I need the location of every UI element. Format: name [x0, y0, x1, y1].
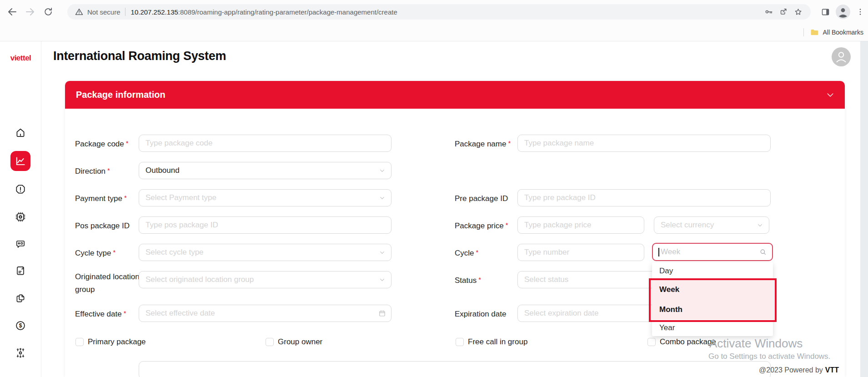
cycle-unit-combobox[interactable]: Week: [652, 243, 773, 261]
dropdown-option-year[interactable]: Year: [652, 320, 773, 336]
cycle-type-select[interactable]: Select cycle type: [139, 244, 391, 261]
package-name-input[interactable]: [517, 135, 771, 152]
all-bookmarks-label: All Bookmarks: [823, 29, 863, 36]
label-package-name: Package name*: [455, 135, 511, 153]
security-label: Not secure: [87, 8, 120, 16]
direction-select[interactable]: Outbound: [139, 162, 391, 179]
checkbox-group-owner[interactable]: Group owner: [266, 337, 322, 347]
sidebar-item-integrations[interactable]: [10, 343, 30, 363]
sidebar-item-reports[interactable]: [10, 288, 30, 308]
dropdown-option-week[interactable]: Week: [652, 280, 773, 300]
sidebar-item-system-settings[interactable]: [10, 207, 30, 227]
payment-type-select[interactable]: Select Payment type: [139, 189, 391, 206]
chat-bubble-icon: [15, 238, 26, 250]
sidebar-item-document-history[interactable]: [10, 261, 30, 281]
forward-arrow-icon: [25, 6, 35, 17]
star-icon: [793, 7, 803, 17]
home-icon: [15, 127, 26, 139]
label-pos-package-id: Pos package ID: [75, 216, 131, 235]
package-information-header[interactable]: Package information: [65, 81, 845, 109]
user-avatar[interactable]: [832, 47, 851, 66]
forward-button[interactable]: [22, 4, 38, 20]
file-clock-icon: [15, 265, 26, 276]
section-title: Package information: [76, 81, 166, 109]
checkbox-box[interactable]: [647, 338, 656, 346]
sidebar: viettel $: [0, 41, 41, 377]
cycle-unit-value: Week: [661, 247, 759, 256]
chevron-down-icon: [379, 195, 386, 201]
sidebar-item-alerts[interactable]: [10, 179, 30, 199]
side-panel-button[interactable]: [817, 4, 833, 20]
checkbox-combo-package[interactable]: Combo package: [647, 337, 716, 347]
label-expiration-date: Expiration date: [455, 305, 508, 323]
package-price-input[interactable]: [517, 216, 644, 234]
url-text: 10.207.252.135:8089/roaming-app/rating/r…: [131, 8, 762, 16]
text-cursor: [658, 248, 659, 256]
originated-location-group-select[interactable]: Select originated location group: [139, 271, 391, 288]
calendar-icon[interactable]: [378, 310, 386, 317]
chevron-down-icon: [379, 249, 386, 256]
pre-package-id-input[interactable]: [517, 189, 771, 206]
page-title: International Roaming System: [53, 49, 226, 63]
all-bookmarks-button[interactable]: All Bookmarks: [803, 24, 863, 41]
back-arrow-icon: [7, 6, 18, 17]
sidebar-item-home[interactable]: [10, 123, 30, 143]
dropdown-option-day[interactable]: Day: [652, 262, 773, 280]
effective-date-input[interactable]: [139, 305, 391, 322]
profile-avatar-icon: [835, 4, 851, 20]
dollar-circle-icon: $: [15, 320, 26, 332]
pos-package-id-input[interactable]: [139, 216, 391, 234]
label-payment-type: Payment type*: [75, 189, 127, 207]
checkbox-box[interactable]: [75, 338, 84, 346]
label-pre-package-id: Pre package ID: [455, 189, 510, 207]
address-bar[interactable]: Not secure 10.207.252.135:8089/roaming-a…: [67, 4, 811, 20]
cycle-number-input[interactable]: [517, 244, 644, 261]
label-package-price: Package price*: [455, 216, 508, 235]
label-package-code: Package code*: [75, 135, 129, 153]
checkbox-primary-package[interactable]: Primary package: [75, 337, 146, 347]
side-panel-icon: [821, 7, 830, 17]
effective-date-field[interactable]: [139, 305, 391, 322]
label-cycle-type: Cycle type*: [75, 244, 115, 262]
key-icon: [764, 7, 773, 16]
chevron-down-icon[interactable]: [826, 90, 835, 100]
label-cycle: Cycle*: [455, 244, 478, 262]
next-field-partial[interactable]: [139, 361, 771, 377]
sidebar-item-billing[interactable]: $: [10, 316, 30, 336]
page-scrollbar[interactable]: [860, 41, 868, 377]
network-nodes-icon: [15, 347, 26, 359]
checkbox-free-call-in-group[interactable]: Free call in group: [456, 337, 527, 347]
bookmark-star-button[interactable]: [791, 5, 805, 19]
browser-menu-button[interactable]: [852, 4, 868, 20]
line-chart-icon: [15, 155, 26, 167]
checkbox-box[interactable]: [266, 338, 274, 346]
browser-profile-button[interactable]: [835, 4, 851, 20]
share-icon: [779, 7, 788, 16]
bookmarks-folder-icon: [810, 29, 818, 36]
not-secure-warning-icon: [75, 7, 84, 16]
reload-icon: [43, 7, 53, 17]
cycle-unit-dropdown: Day Week Month Year: [652, 262, 773, 336]
dropdown-option-month[interactable]: Month: [652, 300, 773, 320]
chevron-down-icon: [379, 276, 386, 283]
viettel-logo: viettel: [0, 54, 41, 63]
share-button[interactable]: [776, 5, 791, 19]
chip-gear-icon: [15, 211, 26, 223]
search-icon: [759, 248, 767, 256]
checkbox-box[interactable]: [456, 338, 464, 346]
sidebar-item-dashboard[interactable]: [10, 151, 30, 171]
label-status: Status*: [455, 271, 481, 289]
chevron-down-icon: [379, 167, 386, 174]
reload-button[interactable]: [40, 4, 56, 20]
browser-toolbar: Not secure 10.207.252.135:8089/roaming-a…: [0, 0, 868, 24]
chevron-down-icon: [757, 222, 763, 229]
currency-select[interactable]: Select currency: [654, 216, 769, 234]
user-icon: [832, 47, 851, 66]
sidebar-item-sim-messages[interactable]: [10, 234, 30, 254]
browser-window: Not secure 10.207.252.135:8089/roaming-a…: [0, 0, 868, 377]
three-dots-icon: [856, 7, 865, 16]
address-divider: [125, 8, 125, 16]
password-key-button[interactable]: [762, 5, 776, 19]
back-button[interactable]: [4, 4, 20, 20]
package-code-input[interactable]: [139, 135, 391, 152]
